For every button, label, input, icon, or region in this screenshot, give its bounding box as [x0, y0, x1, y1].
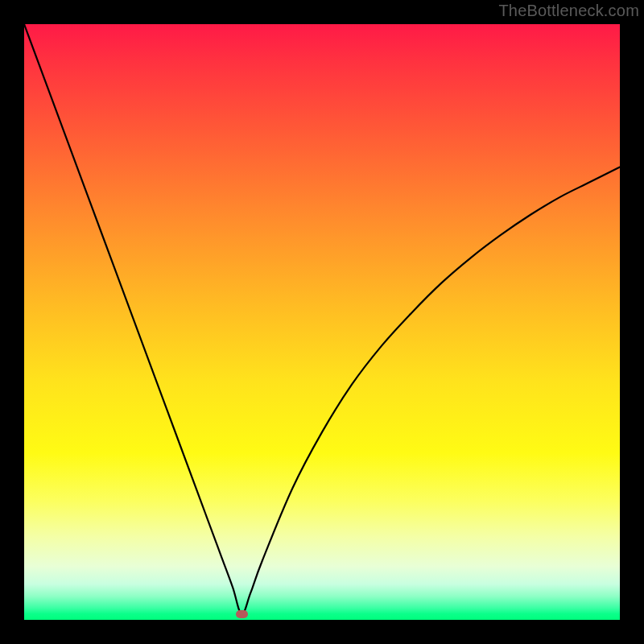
chart-frame: TheBottleneck.com [0, 0, 644, 644]
bottleneck-curve [24, 24, 620, 614]
curve-layer [24, 24, 620, 620]
plot-area [24, 24, 620, 620]
watermark-text: TheBottleneck.com [498, 2, 639, 20]
min-marker [236, 610, 248, 618]
